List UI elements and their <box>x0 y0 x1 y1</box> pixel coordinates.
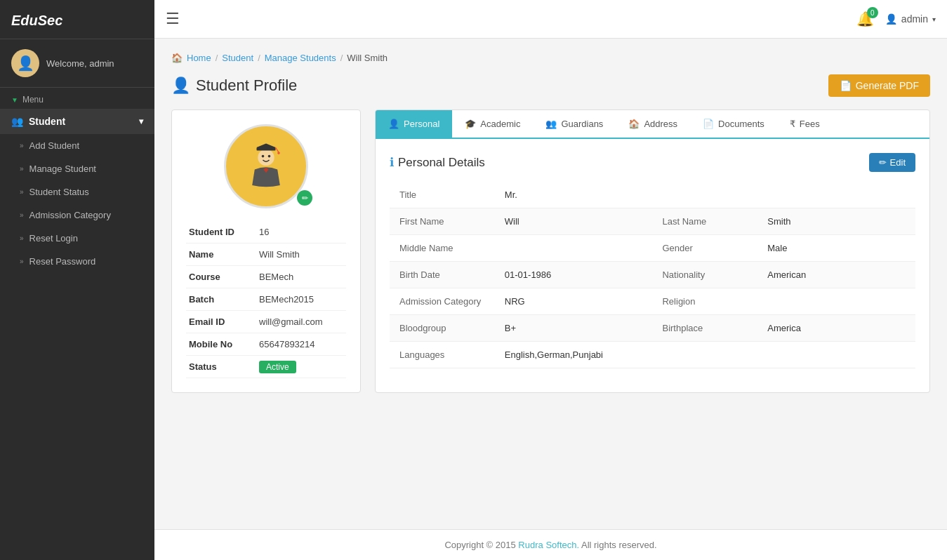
home-icon: 🏠 <box>171 53 183 63</box>
sidebar: EduSec 👤 Welcome, admin ▼ Menu 👥 Student… <box>0 0 154 560</box>
generate-pdf-button[interactable]: 📄 Generate PDF <box>828 74 930 97</box>
avatar-wrap: ✏ <box>186 124 346 208</box>
tabs-header: 👤 Personal 🎓 Academic 👥 Guardians � <box>376 110 929 139</box>
tab-content-header: ℹ Personal Details ✏ Edit <box>390 153 915 172</box>
topnav: ☰ 🔔 0 👤 admin ▾ <box>154 0 947 39</box>
student-group-icon: 👥 <box>11 116 23 127</box>
chevron-right-icon: » <box>20 165 24 173</box>
company-link[interactable]: Rudra Softech. <box>518 540 579 550</box>
welcome-text: Welcome, admin <box>46 58 114 69</box>
batch-label: Batch <box>186 288 256 311</box>
chevron-right-icon: » <box>20 258 24 265</box>
document-icon: 📄 <box>703 119 714 129</box>
tab-personal[interactable]: 👤 Personal <box>376 110 452 139</box>
edit-icon: ✏ <box>879 157 887 168</box>
tab-guardians[interactable]: 👥 Guardians <box>533 110 616 139</box>
notification-button[interactable]: 🔔 0 <box>856 11 874 27</box>
student-icon: 👤 <box>171 76 190 95</box>
batch-value: BEMech2015 <box>256 288 346 311</box>
svg-point-3 <box>268 155 271 158</box>
svg-line-6 <box>276 147 279 152</box>
tab-fees[interactable]: ₹ Fees <box>777 110 833 139</box>
chevron-right-icon: » <box>20 188 24 196</box>
caret-down-icon: ▾ <box>932 15 936 23</box>
name-value: Will Smith <box>256 244 346 266</box>
student-id-label: Student ID <box>186 221 256 244</box>
table-row: Birth Date 01-01-1986 Nationality Americ… <box>390 262 915 288</box>
info-icon: ℹ <box>390 155 394 170</box>
sidebar-item-reset-login[interactable]: » Reset Login <box>0 227 154 250</box>
fees-icon: ₹ <box>790 119 795 129</box>
table-row: Languages English,German,Punjabi <box>390 342 915 368</box>
table-row: Admission Category NRG Religion <box>390 288 915 315</box>
tab-academic[interactable]: 🎓 Academic <box>452 110 533 139</box>
chevron-right-icon: » <box>20 234 24 242</box>
chevron-right-icon: » <box>20 211 24 219</box>
user-icon: 👤 <box>885 13 897 25</box>
notif-badge: 0 <box>867 7 878 18</box>
footer: Copyright © 2015 Rudra Softech. All righ… <box>154 529 947 560</box>
avatar-edit-button[interactable]: ✏ <box>297 190 312 206</box>
avatar: 👤 <box>11 49 39 77</box>
breadcrumb-student[interactable]: Student <box>222 53 253 63</box>
personal-details-title: ℹ Personal Details <box>390 155 485 170</box>
avatar-circle <box>224 124 308 208</box>
table-row: Title Mr. <box>390 182 915 208</box>
name-label: Name <box>186 244 256 266</box>
email-value: will@gmail.com <box>256 311 346 333</box>
tab-content-personal: ℹ Personal Details ✏ Edit Title M <box>376 139 929 382</box>
edit-button[interactable]: ✏ Edit <box>869 153 915 172</box>
mobile-value: 65647893214 <box>256 333 346 356</box>
status-value: Active <box>256 356 346 378</box>
status-label: Status <box>186 356 256 378</box>
address-icon: 🏠 <box>628 119 640 129</box>
academic-icon: 🎓 <box>465 119 476 129</box>
sidebar-section-student[interactable]: 👥 Student ▾ <box>0 109 154 134</box>
sidebar-item-reset-password[interactable]: » Reset Password <box>0 250 154 273</box>
student-id-value: 16 <box>256 221 346 244</box>
tabs-panel: 👤 Personal 🎓 Academic 👥 Guardians � <box>375 109 930 393</box>
hamburger-icon[interactable]: ☰ <box>166 10 180 28</box>
course-value: BEMech <box>256 266 346 288</box>
svg-point-2 <box>262 155 265 158</box>
chevron-icon: ▾ <box>139 116 143 126</box>
admin-dropdown[interactable]: 👤 admin ▾ <box>885 13 936 25</box>
sidebar-item-student-status[interactable]: » Student Status <box>0 180 154 204</box>
breadcrumb-current: Will Smith <box>347 53 388 63</box>
pdf-icon: 📄 <box>840 80 852 91</box>
page-title: 👤 Student Profile <box>171 76 297 95</box>
sidebar-user: 👤 Welcome, admin <box>0 39 154 88</box>
email-label: Email ID <box>186 311 256 333</box>
svg-marker-5 <box>257 144 276 147</box>
sidebar-item-admission-category[interactable]: » Admission Category <box>0 204 154 227</box>
app-logo: EduSec <box>0 0 154 39</box>
chevron-right-icon: » <box>20 142 24 149</box>
profile-layout: ✏ Student ID 16 Name Will Smith <box>171 109 930 393</box>
tab-documents[interactable]: 📄 Documents <box>690 110 777 139</box>
svg-point-1 <box>258 149 274 166</box>
menu-label: ▼ Menu <box>0 88 154 109</box>
mobile-label: Mobile No <box>186 333 256 356</box>
breadcrumb-manage-students[interactable]: Manage Students <box>265 53 336 63</box>
breadcrumb: 🏠 Home / Student / Manage Students / Wil… <box>171 53 930 63</box>
sidebar-item-add-student[interactable]: » Add Student <box>0 134 154 157</box>
personal-icon: 👤 <box>388 119 399 129</box>
table-row: Bloodgroup B+ Birthplace America <box>390 315 915 342</box>
sidebar-item-manage-student[interactable]: » Manage Student <box>0 157 154 180</box>
breadcrumb-home[interactable]: Home <box>187 53 211 63</box>
svg-point-7 <box>277 152 280 154</box>
tab-address[interactable]: 🏠 Address <box>616 110 690 139</box>
profile-info: Student ID 16 Name Will Smith Course BEM… <box>186 221 346 378</box>
table-row: Middle Name Gender Male <box>390 235 915 262</box>
admin-label: admin <box>901 13 928 25</box>
guardian-icon: 👥 <box>545 119 557 129</box>
profile-card: ✏ Student ID 16 Name Will Smith <box>171 109 361 393</box>
page-header: 👤 Student Profile 📄 Generate PDF <box>171 74 930 97</box>
svg-rect-4 <box>257 147 276 151</box>
table-row: First Name Will Last Name Smith <box>390 208 915 235</box>
course-label: Course <box>186 266 256 288</box>
personal-details-table: Title Mr. First Name Will Last Name Smit… <box>390 182 915 368</box>
